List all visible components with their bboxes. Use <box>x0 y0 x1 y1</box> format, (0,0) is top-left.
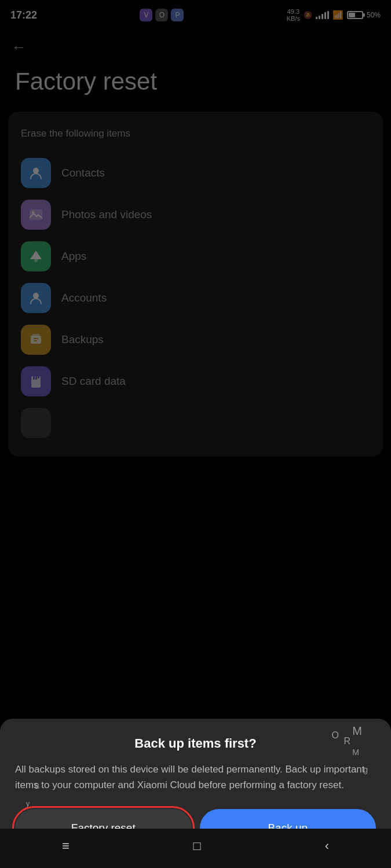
nav-back-button[interactable]: ‹ <box>311 833 343 859</box>
dialog-title: Back up items first? <box>15 736 376 751</box>
dialog-body: All backups stored on this device will b… <box>15 762 376 793</box>
decoration-y: y <box>26 800 30 808</box>
nav-home-button[interactable]: □ <box>180 833 215 859</box>
nav-bar: ≡ □ ‹ <box>0 829 391 868</box>
dialog-overlay: M R O M g B y o M Back up items first? A… <box>0 0 391 868</box>
nav-menu-button[interactable]: ≡ <box>48 833 83 859</box>
